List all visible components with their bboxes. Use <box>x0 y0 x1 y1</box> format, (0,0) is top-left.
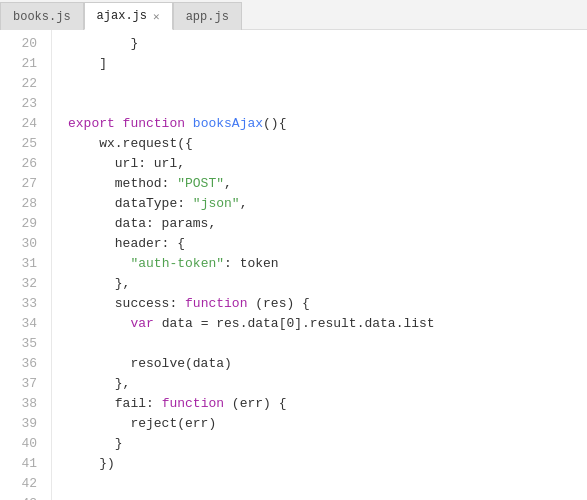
token-plain <box>68 254 130 274</box>
code-line: dataType: "json", <box>68 194 587 214</box>
token-plain: }) <box>68 454 115 474</box>
tab-bar: books.jsajax.js✕app.js <box>0 0 587 30</box>
line-number: 32 <box>0 274 41 294</box>
line-number: 25 <box>0 134 41 154</box>
tab-label-app: app.js <box>186 10 229 24</box>
code-line: export function booksAjax(){ <box>68 114 587 134</box>
token-kw: export <box>68 114 123 134</box>
line-number: 38 <box>0 394 41 414</box>
token-plain: ] <box>68 54 107 74</box>
line-number: 41 <box>0 454 41 474</box>
token-plain: (res) { <box>247 294 309 314</box>
token-kw: var <box>130 314 153 334</box>
tab-label-books: books.js <box>13 10 71 24</box>
code-line: wx.request({ <box>68 134 587 154</box>
token-plain: header: { <box>68 234 185 254</box>
line-number: 34 <box>0 314 41 334</box>
tab-ajax[interactable]: ajax.js✕ <box>84 2 173 30</box>
code-line: reject(err) <box>68 414 587 434</box>
line-number: 27 <box>0 174 41 194</box>
tab-books[interactable]: books.js <box>0 2 84 30</box>
line-number: 29 <box>0 214 41 234</box>
token-plain: }, <box>68 274 130 294</box>
code-line: fail: function (err) { <box>68 394 587 414</box>
code-line: } <box>68 34 587 54</box>
code-line: resolve(data) <box>68 354 587 374</box>
token-plain: (){ <box>263 114 286 134</box>
code-line: ] <box>68 54 587 74</box>
line-number: 40 <box>0 434 41 454</box>
token-plain: dataType: <box>68 194 193 214</box>
token-str: "POST" <box>177 174 224 194</box>
line-number: 33 <box>0 294 41 314</box>
code-line <box>68 334 587 354</box>
line-number: 43 <box>0 494 41 500</box>
code-line: data: params, <box>68 214 587 234</box>
token-plain: }, <box>68 374 130 394</box>
code-line: success: function (res) { <box>68 294 587 314</box>
code-line: } <box>68 434 587 454</box>
editor-body: 2021222324252627282930313233343536373839… <box>0 30 587 500</box>
line-number: 20 <box>0 34 41 54</box>
token-plain: } <box>68 434 123 454</box>
code-line: }, <box>68 374 587 394</box>
code-line <box>68 94 587 114</box>
tab-app[interactable]: app.js <box>173 2 242 30</box>
code-line: header: { <box>68 234 587 254</box>
token-plain: (err) { <box>224 394 286 414</box>
line-number: 36 <box>0 354 41 374</box>
token-plain: wx.request({ <box>68 134 193 154</box>
token-plain: data: params, <box>68 214 216 234</box>
code-area: } ] export function booksAjax(){ wx.requ… <box>52 30 587 500</box>
line-number: 22 <box>0 74 41 94</box>
token-plain: success: <box>68 294 185 314</box>
code-line: }, <box>68 274 587 294</box>
line-number: 28 <box>0 194 41 214</box>
token-kw: function <box>123 114 193 134</box>
code-line: url: url, <box>68 154 587 174</box>
tab-label-ajax: ajax.js <box>97 9 147 23</box>
token-plain: , <box>224 174 232 194</box>
token-str: "json" <box>193 194 240 214</box>
token-plain: fail: <box>68 394 162 414</box>
close-icon[interactable]: ✕ <box>153 10 160 23</box>
token-plain: method: <box>68 174 177 194</box>
token-plain: data = res.data[0].result.data.list <box>154 314 435 334</box>
line-number: 24 <box>0 114 41 134</box>
token-kw: function <box>162 394 224 414</box>
token-fn: booksAjax <box>193 114 263 134</box>
line-number: 31 <box>0 254 41 274</box>
token-plain: resolve(data) <box>68 354 232 374</box>
line-number: 37 <box>0 374 41 394</box>
token-plain: , <box>240 194 248 214</box>
code-line <box>68 494 587 500</box>
token-str: "auth-token" <box>130 254 224 274</box>
token-plain <box>68 314 130 334</box>
token-kw: function <box>185 294 247 314</box>
line-number: 26 <box>0 154 41 174</box>
line-numbers: 2021222324252627282930313233343536373839… <box>0 30 52 500</box>
line-number: 21 <box>0 54 41 74</box>
code-line: method: "POST", <box>68 174 587 194</box>
token-plain: } <box>68 34 138 54</box>
code-line <box>68 474 587 494</box>
code-line: "auth-token": token <box>68 254 587 274</box>
token-plain: : token <box>224 254 279 274</box>
code-line: }) <box>68 454 587 474</box>
line-number: 35 <box>0 334 41 354</box>
token-plain: url: url, <box>68 154 185 174</box>
line-number: 42 <box>0 474 41 494</box>
line-number: 39 <box>0 414 41 434</box>
line-number: 30 <box>0 234 41 254</box>
code-line <box>68 74 587 94</box>
token-plain: reject(err) <box>68 414 216 434</box>
code-line: var data = res.data[0].result.data.list <box>68 314 587 334</box>
line-number: 23 <box>0 94 41 114</box>
